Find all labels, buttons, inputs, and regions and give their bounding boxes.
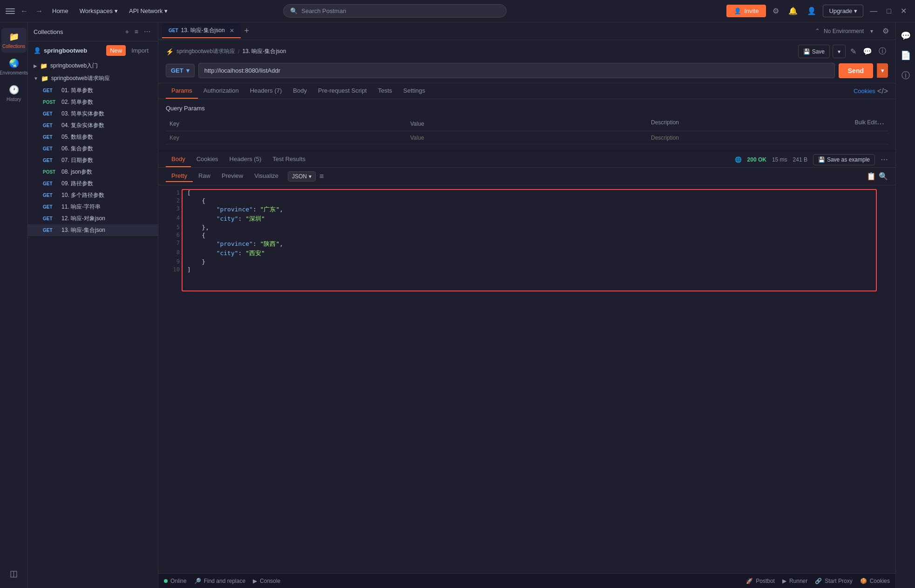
maximize-button[interactable]: □ xyxy=(884,5,894,17)
bottom-bar: Online 🔎 Find and replace ▶ Console 🚀 Po… xyxy=(158,573,895,588)
copy-body-button[interactable]: 📋 xyxy=(867,172,876,181)
api-network-menu[interactable]: API Network ▾ xyxy=(125,6,171,16)
list-item[interactable]: GET 01. 简单参数 xyxy=(28,85,158,96)
new-collection-button[interactable]: New xyxy=(106,45,126,56)
format-tab-raw[interactable]: Raw xyxy=(193,170,216,182)
environment-chevron[interactable]: ▾ xyxy=(868,26,876,36)
tab-body[interactable]: Body xyxy=(287,83,312,99)
key-input[interactable] xyxy=(169,135,403,141)
edit-icon[interactable]: ✎ xyxy=(848,45,858,58)
sidebar-item-environments[interactable]: 🌏 Environments xyxy=(1,54,27,79)
tab-tests[interactable]: Tests xyxy=(373,83,398,99)
environments-icon: 🌏 xyxy=(9,58,19,68)
url-input[interactable] xyxy=(198,63,835,78)
list-item[interactable]: GET 09. 路径参数 xyxy=(28,178,158,189)
list-item[interactable]: GET 05. 数组参数 xyxy=(28,131,158,143)
right-sidebar-chat-icon[interactable]: 💬 xyxy=(898,28,914,44)
back-button[interactable]: ← xyxy=(19,5,30,17)
format-select[interactable]: JSON ▾ xyxy=(288,171,316,182)
forward-button[interactable]: → xyxy=(34,5,45,17)
save-example-button[interactable]: 💾 Save as example xyxy=(813,154,875,165)
start-proxy-item[interactable]: 🔗 Start Proxy xyxy=(815,578,852,584)
more-options-icon[interactable]: ⋯ xyxy=(142,27,152,36)
list-item[interactable]: GET 04. 复杂实体参数 xyxy=(28,120,158,131)
tab-settings[interactable]: Settings xyxy=(398,83,431,99)
cookies-bottom-item[interactable]: 🍪 Cookies xyxy=(860,578,890,584)
send-dropdown-button[interactable]: ▾ xyxy=(877,63,888,78)
format-tab-pretty[interactable]: Pretty xyxy=(166,170,193,182)
send-button[interactable]: Send xyxy=(839,63,873,78)
tab-close-button[interactable]: ✕ xyxy=(230,27,234,34)
sidebar-item-history[interactable]: 🕐 History xyxy=(1,81,27,106)
right-sidebar-info-icon[interactable]: ⓘ xyxy=(899,67,913,84)
method-select[interactable]: GET ▾ xyxy=(166,64,195,77)
breadcrumb-workspace[interactable]: springbootweb请求响应 xyxy=(176,47,235,55)
right-sidebar-docs-icon[interactable]: 📄 xyxy=(898,47,914,63)
folder-icon: 📁 xyxy=(40,62,47,69)
collection-item-2[interactable]: ▼ 📁 springbootweb请求响应 xyxy=(28,72,158,85)
import-button[interactable]: Import xyxy=(128,45,152,56)
sidebar-item-apps[interactable]: ◫ xyxy=(1,565,27,582)
description-input[interactable] xyxy=(651,135,884,141)
settings-icon[interactable]: ⚙ xyxy=(770,5,782,17)
tab-prerequest[interactable]: Pre-request Script xyxy=(312,83,373,99)
environment-settings-icon[interactable]: ⚙ xyxy=(880,25,892,37)
bulk-edit-button[interactable]: Bulk Edit xyxy=(855,119,877,126)
tab-params[interactable]: Params xyxy=(166,83,198,99)
comment-icon[interactable]: 💬 xyxy=(861,45,874,58)
word-wrap-button[interactable]: ≡ xyxy=(319,172,324,181)
sidebar-item-collections[interactable]: 📁 Collections xyxy=(1,28,27,53)
tab-response-cookies[interactable]: Cookies xyxy=(191,152,224,167)
list-item[interactable]: GET 06. 集合参数 xyxy=(28,143,158,155)
home-link[interactable]: Home xyxy=(48,6,72,16)
response-more-button[interactable]: ⋯ xyxy=(881,155,888,164)
tab-headers[interactable]: Headers (7) xyxy=(244,83,288,99)
save-button[interactable]: 💾 Save xyxy=(798,45,830,58)
console-item[interactable]: ▶ Console xyxy=(253,578,280,584)
search-bar[interactable]: 🔍 Search Postman xyxy=(283,4,507,18)
request-tab[interactable]: GET 13. 响应-集合json ✕ xyxy=(162,24,241,38)
tab-response-test-results[interactable]: Test Results xyxy=(267,152,311,167)
add-collection-button[interactable]: + xyxy=(123,27,131,36)
collection-item-1[interactable]: ▶ 📁 springbootweb入门 xyxy=(28,60,158,72)
value-input[interactable] xyxy=(410,135,644,141)
cookies-link[interactable]: Cookies xyxy=(854,88,875,95)
filter-icon[interactable]: ≡ xyxy=(133,27,140,36)
save-icon: 💾 xyxy=(803,48,810,55)
tab-response-headers[interactable]: Headers (5) xyxy=(224,152,267,167)
hamburger-icon[interactable] xyxy=(6,7,15,16)
item-name: 13. 响应-集合json xyxy=(61,226,105,234)
avatar-icon[interactable]: 👤 xyxy=(804,5,819,17)
close-button[interactable]: ✕ xyxy=(898,5,909,17)
list-item[interactable]: POST 02. 简单参数 xyxy=(28,96,158,108)
workspaces-menu[interactable]: Workspaces ▾ xyxy=(76,6,122,16)
main-content: GET 13. 响应-集合json ✕ + ⌃ No Environment ▾… xyxy=(158,22,895,588)
list-item[interactable]: GET 12. 响应-对象json xyxy=(28,213,158,224)
postbot-item[interactable]: 🚀 Postbot xyxy=(746,578,775,584)
format-tab-visualize[interactable]: Visualize xyxy=(249,170,284,182)
upgrade-button[interactable]: Upgrade ▾ xyxy=(823,5,863,17)
list-item[interactable]: GET 03. 简单实体参数 xyxy=(28,108,158,120)
list-item[interactable]: GET 07. 日期参数 xyxy=(28,155,158,166)
tab-authorization[interactable]: Authorization xyxy=(198,83,244,99)
runner-item[interactable]: ▶ Runner xyxy=(782,578,807,584)
tab-response-body[interactable]: Body xyxy=(166,152,191,167)
tab-overflow-button[interactable]: ⌃ xyxy=(815,27,820,34)
add-tab-button[interactable]: + xyxy=(241,26,253,36)
notification-icon[interactable]: 🔔 xyxy=(786,5,800,17)
response-time: 15 ms xyxy=(772,156,787,163)
invite-button[interactable]: 👤 Invite xyxy=(726,5,766,17)
list-item[interactable]: GET 13. 响应-集合json xyxy=(28,224,158,236)
minimize-button[interactable]: — xyxy=(867,5,880,17)
find-replace-item[interactable]: 🔎 Find and replace xyxy=(194,578,245,584)
list-item[interactable]: GET 11. 响应-字符串 xyxy=(28,201,158,213)
search-body-button[interactable]: 🔍 xyxy=(879,172,888,181)
format-tab-preview[interactable]: Preview xyxy=(216,170,249,182)
list-item[interactable]: GET 10. 多个路径参数 xyxy=(28,189,158,201)
info-icon[interactable]: ⓘ xyxy=(877,45,888,58)
item-name: 03. 简单实体参数 xyxy=(61,110,104,118)
list-item[interactable]: POST 08. json参数 xyxy=(28,166,158,178)
save-dropdown-button[interactable]: ▾ xyxy=(833,45,846,58)
more-params-button[interactable]: ⋯ xyxy=(877,119,884,128)
code-icon[interactable]: </> xyxy=(877,87,888,95)
